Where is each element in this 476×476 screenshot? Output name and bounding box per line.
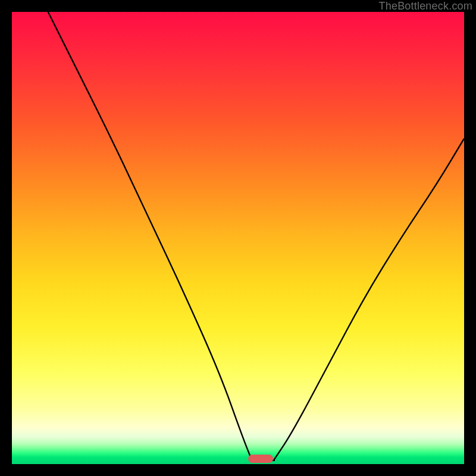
watermark-text: TheBottleneck.com: [379, 0, 472, 12]
chart-frame: TheBottleneck.com: [0, 0, 476, 476]
plot-area: [12, 12, 464, 464]
curve-path: [48, 12, 464, 461]
bottleneck-curve: [12, 12, 464, 464]
